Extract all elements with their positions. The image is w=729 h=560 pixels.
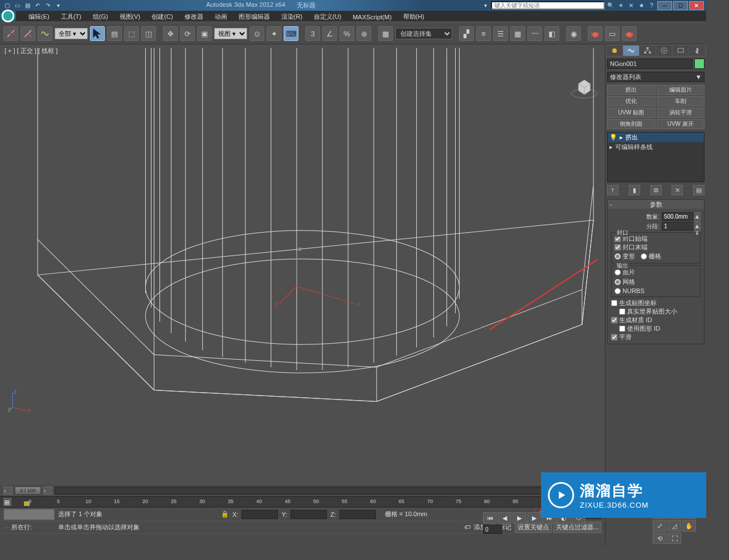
object-name-input[interactable] [607,59,693,69]
render-frame-icon[interactable]: ▭ [605,26,620,41]
gen-matid-checkbox[interactable]: 生成材质 ID [611,316,701,324]
qat-undo-icon[interactable]: ↶ [33,1,42,10]
key-icon[interactable]: ✶ [616,1,625,10]
time-slider-thumb[interactable]: 0 / 100 [15,487,41,495]
mirror-icon[interactable]: ▞ [459,26,474,41]
bulb-icon[interactable]: 💡 [609,134,617,141]
time-slider-track[interactable] [55,487,601,495]
tab-display-icon[interactable] [673,46,689,56]
select-by-name-icon[interactable]: ▤ [107,26,122,41]
mod-uvwmap-btn[interactable]: UVW 贴图 [607,108,656,118]
align-icon[interactable]: ≡ [476,26,491,41]
real-world-checkbox[interactable]: 真实世界贴图大小 [619,307,701,316]
time-ruler[interactable]: ▦ 05101520253035404550556065707580859095… [0,496,605,508]
cap-end-checkbox[interactable]: 封口末端 [615,243,697,252]
amount-input[interactable] [662,212,694,221]
window-crossing-icon[interactable]: ◫ [141,26,156,41]
tab-hierarchy-icon[interactable] [640,46,656,56]
app-menu-icon[interactable] [0,11,16,21]
keyboard-shortcut-icon[interactable]: ⌨ [284,26,298,41]
menu-group[interactable]: 组(G) [87,12,114,22]
close-button[interactable]: ✕ [689,1,704,10]
maximize-viewport-icon[interactable]: ⛶ [667,533,681,544]
menu-customize[interactable]: 自定义(U) [308,12,347,22]
viewport[interactable]: [ + ] [ 正交 ] [ 线框 ] x y [0,44,605,485]
mod-optimize-btn[interactable]: 优化 [607,96,656,106]
named-selection-dropdown[interactable]: 创建选择集 [395,28,452,39]
menu-help[interactable]: 帮助(H) [398,12,430,22]
prev-frame-icon[interactable]: ◀ [498,512,511,524]
menu-create[interactable]: 创建(C) [146,12,178,22]
time-tag-icon[interactable]: 🏷 [464,524,470,530]
menu-animation[interactable]: 动画 [209,12,233,22]
rotate-tool-icon[interactable]: ⟳ [180,26,195,41]
bind-space-warp-icon[interactable] [38,26,52,41]
select-manip-icon[interactable]: ✦ [267,26,281,41]
current-frame-input[interactable] [483,525,502,534]
render-icon[interactable]: 🫖 [622,26,637,41]
make-unique-icon[interactable]: ⧉ [650,185,662,195]
pivot-center-icon[interactable]: ⊙ [249,26,264,41]
mod-lathe-btn[interactable]: 车削 [657,96,705,106]
select-tool-icon[interactable] [90,26,105,41]
object-color-swatch[interactable] [694,59,705,69]
mod-bevelprofile-btn[interactable]: 倒角剖面 [607,119,656,129]
show-end-icon[interactable]: ▮ [629,185,640,195]
gen-map-checkbox[interactable]: 生成贴图坐标 [611,299,701,307]
modifier-stack[interactable]: 💡▸挤出 ▸可编辑样条线 [607,132,705,182]
coord-y-input[interactable] [290,510,327,519]
out-mesh-radio[interactable]: 网格 [615,278,635,286]
configure-sets-icon[interactable]: ▤ [693,185,705,195]
next-frame-icon[interactable]: ▶ [527,512,541,524]
menu-graph-editors[interactable]: 图形编辑器 [233,12,276,22]
select-link-icon[interactable] [3,26,18,41]
zoom-extents-all-icon[interactable]: ⤢ [653,520,666,532]
segments-spinner[interactable]: ▲▼ [694,222,701,230]
qat-redo-icon[interactable]: ↷ [43,1,52,10]
mod-uvwunwrap-btn[interactable]: UVW 展开 [657,119,705,129]
mod-extrude-btn[interactable]: 挤出 [607,85,656,95]
qat-more-icon[interactable]: ▾ [54,1,63,10]
menu-edit[interactable]: 编辑(E) [23,12,55,22]
tab-create-icon[interactable] [607,46,622,56]
use-shapeid-checkbox[interactable]: 使用图形 ID [619,324,701,333]
time-slider[interactable]: ‹ 0 / 100 › [0,485,605,496]
render-setup-icon[interactable]: 🫖 [588,26,603,41]
layers-icon[interactable]: ☰ [493,26,508,41]
help-icon[interactable]: ? [647,1,656,10]
time-slider-prev[interactable]: ‹ [3,487,13,495]
menu-tools[interactable]: 工具(T) [55,12,87,22]
menu-views[interactable]: 视图(V) [114,12,146,22]
minimize-button[interactable]: — [657,1,672,10]
goto-start-icon[interactable]: ⏮ [483,512,497,524]
exchange-icon[interactable]: ✕ [626,1,636,10]
qat-save-icon[interactable]: ▤ [23,1,32,10]
segments-input[interactable] [662,222,694,230]
ref-coord-dropdown[interactable]: 视图 ▾ [214,28,247,39]
pan-icon[interactable]: ✋ [682,520,696,532]
schematic-view-icon[interactable]: ◧ [544,26,559,41]
coord-z-input[interactable] [339,510,376,519]
pin-stack-icon[interactable]: ⫯ [607,185,619,195]
rollout-header[interactable]: 参数 [608,200,704,209]
time-slider-next[interactable]: › [43,487,52,495]
selection-filter-dropdown[interactable]: 全部 ▾ [55,28,88,39]
coord-x-input[interactable] [241,510,278,519]
modifier-list-dropdown[interactable]: 修改器列表▼ [607,72,705,82]
play-icon[interactable]: ▶ [513,512,526,524]
mod-editpatch-btn[interactable]: 编辑面片 [657,85,705,95]
search-input[interactable] [491,1,605,10]
tab-modify-icon[interactable] [623,46,639,56]
amount-spinner[interactable]: ▲▼ [694,212,701,221]
rect-region-icon[interactable]: ⬚ [124,26,139,41]
search-icon[interactable]: 🔍 [606,1,615,10]
tab-motion-icon[interactable] [656,46,672,56]
orbit-icon[interactable]: ⟲ [653,533,666,544]
menu-modifiers[interactable]: 修改器 [179,12,209,22]
expand-icon[interactable]: ▸ [609,143,613,151]
trackbar-toggle-icon[interactable]: ▦ [3,498,11,506]
menu-maxscript[interactable]: MAXScript(M) [347,13,397,21]
smooth-checkbox[interactable]: 平滑 [611,333,701,341]
unlink-icon[interactable] [21,26,35,41]
fov-icon[interactable]: ◿ [667,520,681,532]
